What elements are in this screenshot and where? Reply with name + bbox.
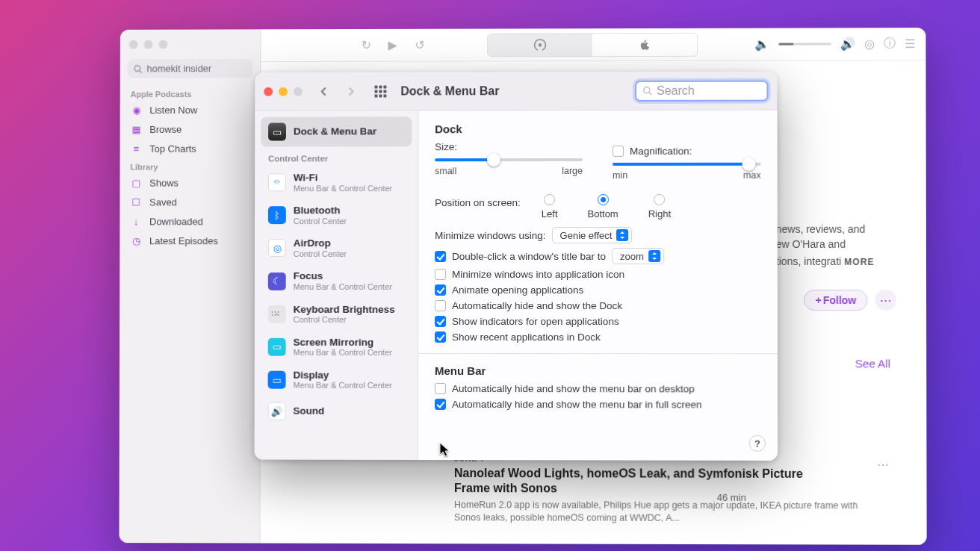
sidebar-item-display[interactable]: ▭ DisplayMenu Bar & Control Center (261, 364, 412, 396)
clock-icon: ◷ (130, 234, 142, 246)
search-input[interactable]: homekit insider (128, 59, 253, 78)
size-slider[interactable] (435, 158, 583, 161)
minimize-using-popup[interactable]: Genie effect (552, 227, 633, 243)
nav-top-charts[interactable]: ≡Top Charts (120, 139, 261, 158)
svg-point-3 (644, 87, 650, 93)
minimize-into-app-checkbox[interactable] (435, 269, 446, 280)
volume-high-icon: 🔊 (840, 37, 855, 51)
sidebar-item-sound[interactable]: 🔊 Sound (261, 396, 412, 426)
sidebar-heading-control-center: Control Center (261, 146, 412, 166)
chevron-updown-icon (617, 229, 629, 241)
sidebar-item-airdrop[interactable]: ◎ AirDropControl Center (261, 231, 412, 264)
podcast-description: news, reviews, and ew O'Hara and tions, … (776, 222, 904, 270)
display-icon: ▭ (268, 371, 286, 389)
back-button[interactable] (314, 81, 334, 101)
autohide-menubar-desktop-checkbox[interactable] (435, 383, 446, 394)
magnification-checkbox[interactable] (612, 146, 624, 157)
svg-point-2 (539, 43, 542, 47)
sidebar-item-wifi[interactable]: ⌔ Wi-FiMenu Bar & Control Center (261, 166, 412, 199)
window-controls[interactable] (120, 29, 261, 55)
nav-browse[interactable]: ▦Browse (120, 119, 261, 139)
doubleclick-action-popup[interactable]: zoom (612, 248, 664, 264)
svg-point-0 (134, 65, 140, 70)
minimize-icon[interactable] (279, 87, 288, 96)
episode-description: HomeRun 2.0 app is now available, Philip… (454, 499, 874, 525)
animate-opening-checkbox[interactable] (435, 284, 446, 296)
sidebar-item-keyboard-brightness[interactable]: Keyboard BrightnessControl Center (261, 298, 412, 331)
episode-title[interactable]: Nanoleaf Wood Lights, homeOS Leak, and S… (454, 466, 806, 496)
play-icon[interactable]: ▶ (385, 37, 401, 53)
help-button[interactable]: ? (749, 435, 766, 452)
see-all-link[interactable]: See All (855, 357, 890, 370)
magnification-label: Magnification: (630, 146, 692, 157)
nav-downloaded[interactable]: ↓Downloaded (120, 211, 260, 231)
prefs-content: Dock Size: smalllarge Magnification: min… (418, 110, 778, 461)
volume-slider[interactable] (778, 43, 831, 45)
download-icon: ↓ (130, 215, 142, 227)
chevron-updown-icon (648, 250, 660, 262)
minimize-using-label: Minimize windows using: (435, 229, 545, 240)
screen-mirroring-icon: ▭ (268, 338, 286, 356)
size-label: Size: (435, 141, 583, 152)
show-recent-checkbox[interactable] (435, 331, 446, 343)
episode-more-icon[interactable]: ⋯ (877, 458, 889, 472)
svg-line-4 (649, 93, 651, 95)
repeat-icon[interactable]: ↺ (411, 37, 427, 53)
dock-menubar-icon: ▭ (268, 123, 286, 141)
prefs-search-input[interactable]: Search (635, 80, 768, 101)
stack-icon: ▢ (130, 177, 142, 189)
plus-icon: + (816, 294, 822, 306)
grid-icon: ▦ (130, 123, 142, 135)
keyboard-brightness-icon (268, 305, 286, 323)
position-label: Position on screen: (435, 197, 521, 208)
podcasts-toolbar: ↻ ▶ ↺ 🔈 🔊 ◎ ⓘ ☰ (261, 28, 925, 62)
follow-button[interactable]: +Follow (804, 290, 867, 311)
nav-latest[interactable]: ◷Latest Episodes (120, 231, 260, 250)
window-controls[interactable] (264, 87, 303, 96)
more-link[interactable]: MORE (844, 256, 874, 269)
window-title: Dock & Menu Bar (400, 84, 499, 98)
play-circle-icon: ◉ (131, 104, 143, 116)
section-library: Library (120, 158, 261, 173)
position-left-radio[interactable] (544, 194, 555, 205)
nav-saved[interactable]: ☐Saved (120, 192, 260, 211)
airdrop-icon: ◎ (268, 239, 286, 257)
forward-button[interactable] (341, 81, 361, 101)
more-actions-button[interactable]: ⋯ (875, 290, 896, 311)
show-indicators-checkbox[interactable] (435, 316, 446, 327)
autohide-menubar-fullscreen-checkbox[interactable] (435, 399, 446, 410)
zoom-icon[interactable] (294, 87, 303, 96)
shuffle-icon[interactable]: ↻ (358, 37, 374, 53)
prefs-titlebar: Dock & Menu Bar Search (255, 72, 777, 111)
magnification-slider[interactable] (612, 163, 761, 166)
sidebar-item-bluetooth[interactable]: ᛒ BluetoothControl Center (261, 199, 412, 231)
section-apple-podcasts: Apple Podcasts (120, 85, 261, 100)
position-bottom-radio[interactable] (598, 194, 609, 205)
list-icon[interactable]: ☰ (905, 37, 915, 51)
now-playing[interactable] (487, 32, 698, 57)
sound-icon: 🔊 (268, 402, 286, 420)
volume-low-icon: 🔈 (754, 37, 769, 52)
airplay-icon[interactable]: ◎ (864, 37, 875, 51)
info-icon[interactable]: ⓘ (884, 36, 896, 52)
podcast-icon (533, 38, 547, 52)
chart-icon: ≡ (130, 143, 142, 155)
apple-icon (638, 37, 651, 51)
close-icon[interactable] (264, 87, 273, 96)
prefs-sidebar: ▭ Dock & Menu Bar Control Center ⌔ Wi-Fi… (255, 110, 419, 460)
doubleclick-checkbox[interactable] (435, 251, 446, 262)
moon-icon: ☾ (268, 273, 286, 290)
nav-listen-now[interactable]: ◉Listen Now (120, 100, 261, 119)
system-preferences-window: Dock & Menu Bar Search ▭ Dock & Menu Bar… (255, 72, 778, 461)
position-right-radio[interactable] (654, 194, 666, 205)
search-icon (134, 64, 143, 73)
wifi-icon: ⌔ (268, 173, 286, 191)
show-all-button[interactable] (372, 83, 388, 99)
sidebar-item-screen-mirroring[interactable]: ▭ Screen MirroringMenu Bar & Control Cen… (261, 331, 412, 364)
nav-shows[interactable]: ▢Shows (120, 172, 260, 192)
sidebar-item-focus[interactable]: ☾ FocusMenu Bar & Control Center (261, 264, 412, 297)
episode-duration: 46 min (717, 492, 746, 503)
menubar-heading: Menu Bar (435, 364, 761, 377)
sidebar-item-dock-menubar[interactable]: ▭ Dock & Menu Bar (261, 116, 412, 146)
autohide-dock-checkbox[interactable] (435, 300, 446, 311)
